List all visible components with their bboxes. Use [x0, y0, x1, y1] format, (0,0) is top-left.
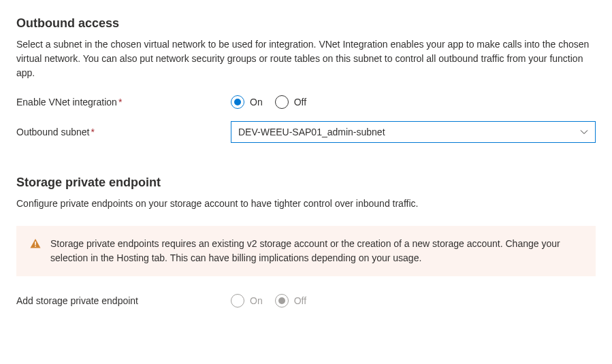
storage-pe-description: Configure private endpoints on your stor…	[16, 197, 596, 211]
radio-circle-icon	[231, 294, 244, 308]
required-asterisk: *	[118, 97, 122, 107]
add-storage-pe-label: Add storage private endpoint	[16, 295, 231, 306]
storage-pe-warning-alert: Storage private endpoints requires an ex…	[16, 226, 596, 276]
outbound-subnet-selected: DEV-WEEU-SAP01_admin-subnet	[238, 127, 385, 137]
enable-vnet-on-label: On	[250, 97, 263, 107]
outbound-access-description: Select a subnet in the chosen virtual ne…	[16, 37, 596, 80]
add-storage-pe-radio-group: On Off	[231, 294, 306, 308]
enable-vnet-field: Enable VNet integration* On Off	[16, 95, 596, 109]
storage-pe-title: Storage private endpoint	[16, 176, 596, 190]
outbound-access-title: Outbound access	[16, 16, 596, 31]
warning-icon	[30, 238, 41, 265]
add-storage-pe-on-label: On	[250, 295, 263, 306]
enable-vnet-off-radio[interactable]: Off	[275, 95, 306, 109]
enable-vnet-on-radio[interactable]: On	[231, 95, 263, 109]
svg-rect-0	[35, 242, 36, 245]
radio-circle-icon	[275, 294, 289, 308]
outbound-subnet-field: Outbound subnet* DEV-WEEU-SAP01_admin-su…	[16, 121, 596, 143]
chevron-down-icon	[580, 128, 588, 136]
outbound-subnet-label-text: Outbound subnet	[16, 127, 89, 137]
add-storage-pe-off-radio: Off	[275, 294, 306, 308]
outbound-subnet-label: Outbound subnet*	[16, 127, 231, 137]
radio-dot-icon	[278, 297, 285, 304]
enable-vnet-label-text: Enable VNet integration	[16, 97, 117, 107]
required-asterisk: *	[91, 127, 94, 137]
add-storage-pe-label-text: Add storage private endpoint	[16, 295, 138, 306]
radio-circle-icon	[275, 95, 289, 109]
enable-vnet-label: Enable VNet integration*	[16, 97, 231, 107]
enable-vnet-off-label: Off	[294, 97, 306, 107]
add-storage-pe-field: Add storage private endpoint On Off	[16, 294, 596, 308]
enable-vnet-radio-group: On Off	[231, 95, 306, 109]
add-storage-pe-on-radio: On	[231, 294, 263, 308]
add-storage-pe-off-label: Off	[294, 295, 306, 306]
svg-rect-1	[35, 246, 36, 247]
radio-circle-icon	[231, 95, 244, 109]
radio-dot-icon	[234, 99, 241, 105]
storage-pe-warning-text: Storage private endpoints requires an ex…	[50, 237, 582, 265]
outbound-subnet-dropdown[interactable]: DEV-WEEU-SAP01_admin-subnet	[231, 121, 596, 143]
